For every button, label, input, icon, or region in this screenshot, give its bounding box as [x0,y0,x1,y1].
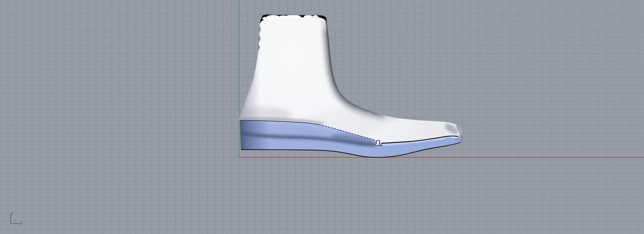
svg-text:z: z [11,211,13,216]
svg-text:y: y [20,221,23,226]
